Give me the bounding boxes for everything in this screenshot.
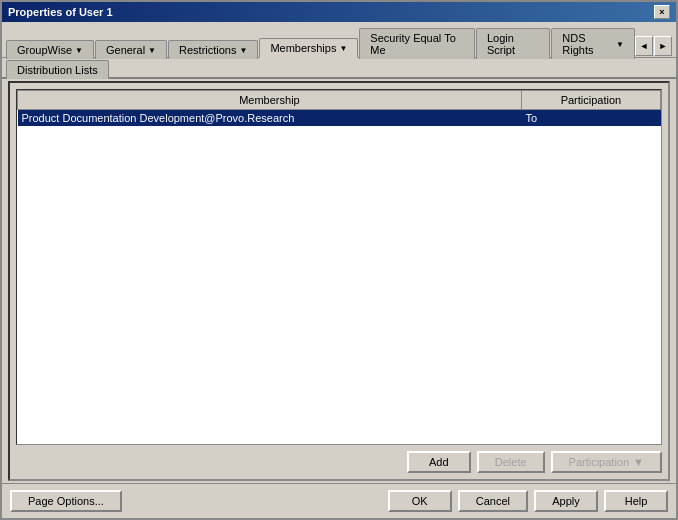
ok-button[interactable]: OK: [388, 490, 452, 512]
tabs-container: GroupWise ▼ General ▼ Restrictions ▼ Mem…: [6, 26, 635, 57]
tab-login-script[interactable]: Login Script: [476, 28, 550, 59]
membership-table: Membership Participation Product Documen…: [17, 90, 661, 126]
tab-login-script-label: Login Script: [487, 32, 539, 56]
cancel-button[interactable]: Cancel: [458, 490, 528, 512]
add-button[interactable]: Add: [407, 451, 471, 473]
footer: Page Options... OK Cancel Apply Help: [2, 483, 676, 518]
apply-button[interactable]: Apply: [534, 490, 598, 512]
title-bar: Properties of User 1 ×: [2, 2, 676, 22]
tab-distribution-lists[interactable]: Distribution Lists: [6, 60, 109, 79]
tab-general[interactable]: General ▼: [95, 40, 167, 59]
tab-nav-right[interactable]: ►: [654, 36, 672, 56]
tab-security-label: Security Equal To Me: [370, 32, 464, 56]
table-container: Membership Participation Product Documen…: [16, 89, 662, 445]
tab-groupwise-label: GroupWise: [17, 44, 72, 56]
title-bar-buttons: ×: [654, 5, 670, 19]
tab-security[interactable]: Security Equal To Me: [359, 28, 475, 59]
tab-memberships-arrow: ▼: [339, 44, 347, 53]
tab-nav-arrows: ◄ ►: [635, 36, 672, 57]
tab-memberships[interactable]: Memberships ▼: [259, 38, 358, 58]
cell-membership: Product Documentation Development@Provo.…: [18, 110, 522, 127]
tab-general-arrow: ▼: [148, 46, 156, 55]
table-row[interactable]: Product Documentation Development@Provo.…: [18, 110, 661, 127]
window-title: Properties of User 1: [8, 6, 113, 18]
cell-participation: To: [521, 110, 660, 127]
participation-button[interactable]: Participation ▼: [551, 451, 662, 473]
page-options-button[interactable]: Page Options...: [10, 490, 122, 512]
tab-memberships-label: Memberships: [270, 42, 336, 54]
tab-nds-rights-arrow: ▼: [616, 40, 624, 49]
tab-row-1: GroupWise ▼ General ▼ Restrictions ▼ Mem…: [2, 22, 676, 58]
delete-button[interactable]: Delete: [477, 451, 545, 473]
tab-distribution-lists-label: Distribution Lists: [17, 64, 98, 76]
tab-row-2: Distribution Lists: [2, 58, 676, 79]
tab-restrictions-label: Restrictions: [179, 44, 236, 56]
col-header-membership: Membership: [18, 91, 522, 110]
tab-general-label: General: [106, 44, 145, 56]
table-actions: Add Delete Participation ▼: [16, 451, 662, 473]
main-content: Membership Participation Product Documen…: [8, 81, 670, 481]
footer-right-buttons: OK Cancel Apply Help: [388, 490, 668, 512]
tab-nds-rights-label: NDS Rights: [562, 32, 613, 56]
tab-groupwise[interactable]: GroupWise ▼: [6, 40, 94, 59]
main-window: Properties of User 1 × GroupWise ▼ Gener…: [0, 0, 678, 520]
participation-label: Participation: [569, 456, 630, 468]
help-button[interactable]: Help: [604, 490, 668, 512]
participation-dropdown-arrow: ▼: [633, 456, 644, 468]
tab-groupwise-arrow: ▼: [75, 46, 83, 55]
tab-restrictions[interactable]: Restrictions ▼: [168, 40, 258, 59]
close-button[interactable]: ×: [654, 5, 670, 19]
tab-nav-left[interactable]: ◄: [635, 36, 653, 56]
col-header-participation: Participation: [521, 91, 660, 110]
tab-restrictions-arrow: ▼: [239, 46, 247, 55]
tab-nds-rights[interactable]: NDS Rights ▼: [551, 28, 635, 59]
